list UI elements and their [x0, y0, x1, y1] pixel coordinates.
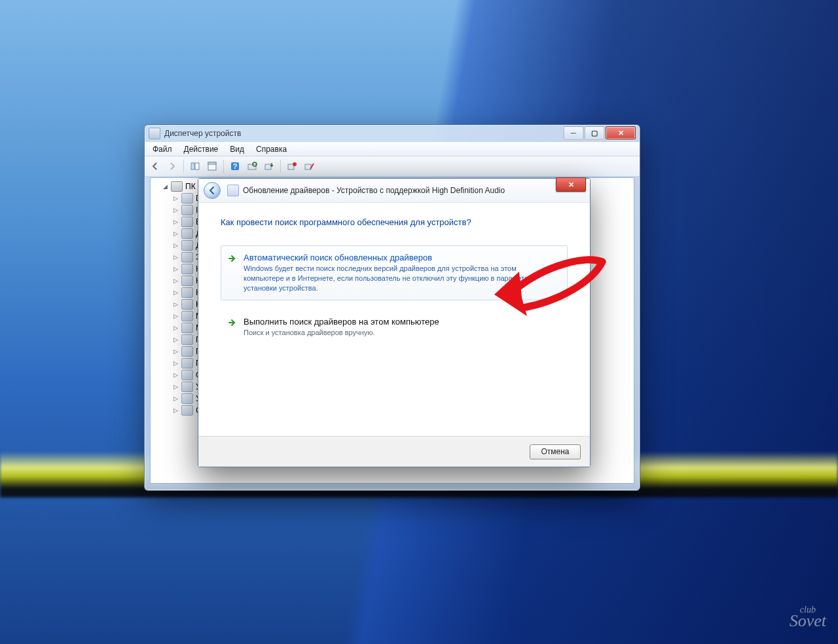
device-category-icon [181, 217, 193, 227]
arrow-right-icon [228, 318, 237, 329]
svg-rect-8 [265, 164, 271, 170]
expand-icon[interactable]: ▷ [173, 372, 179, 378]
uninstall-button[interactable] [284, 158, 300, 174]
collapse-icon[interactable]: ◢ [162, 184, 168, 190]
svg-rect-3 [208, 162, 216, 164]
disable-button[interactable] [301, 158, 317, 174]
properties-button[interactable] [204, 158, 220, 174]
device-category-icon [181, 346, 193, 357]
svg-rect-6 [248, 164, 256, 170]
expand-icon[interactable]: ▷ [173, 325, 179, 331]
device-category-icon [181, 264, 193, 274]
app-icon [149, 128, 160, 139]
wizard-heading: Как провести поиск программного обеспече… [221, 217, 568, 227]
watermark: club Sovet [790, 606, 826, 628]
wizard-close-button[interactable]: ✕ [556, 177, 586, 192]
device-category-icon [181, 252, 193, 262]
wizard-footer: Отмена [198, 436, 590, 467]
expand-icon[interactable]: ▷ [173, 207, 179, 213]
option-auto-title: Автоматический поиск обновленных драйвер… [244, 253, 558, 262]
help-button[interactable]: ? [227, 158, 243, 174]
close-button[interactable]: ✕ [606, 126, 636, 139]
toolbar: ? [145, 156, 640, 177]
expand-icon[interactable]: ▷ [173, 290, 179, 296]
show-hide-tree-button[interactable] [187, 158, 203, 174]
computer-icon [171, 181, 183, 192]
wizard-back-button[interactable] [204, 182, 221, 199]
option-auto-desc: Windows будет вести поиск последних верс… [244, 264, 558, 293]
option-auto-search[interactable]: Автоматический поиск обновленных драйвер… [221, 245, 568, 300]
device-category-icon [181, 311, 193, 321]
expand-icon[interactable]: ▷ [173, 278, 179, 284]
menu-action[interactable]: Действие [179, 143, 224, 155]
expand-icon[interactable]: ▷ [173, 243, 179, 249]
device-category-icon [181, 405, 193, 416]
nav-forward-button[interactable] [164, 158, 180, 174]
option-browse-desc: Поиск и установка драйверов вручную. [244, 328, 558, 338]
scan-hardware-button[interactable] [244, 158, 260, 174]
device-category-icon [181, 382, 193, 392]
device-category-icon [181, 205, 193, 215]
minimize-button[interactable]: ─ [564, 126, 583, 139]
expand-icon[interactable]: ▷ [173, 255, 179, 260]
watermark-bottom: Sovet [790, 611, 826, 630]
device-category-icon [181, 228, 193, 239]
maximize-button[interactable]: ▢ [585, 126, 604, 139]
expand-icon[interactable]: ▷ [173, 396, 179, 402]
arrow-right-icon [228, 254, 237, 265]
expand-icon[interactable]: ▷ [173, 231, 179, 237]
option-browse-title: Выполнить поиск драйверов на этом компью… [244, 317, 558, 327]
cancel-button[interactable]: Отмена [530, 444, 581, 459]
expand-icon[interactable]: ▷ [173, 384, 179, 390]
device-category-icon [181, 193, 193, 204]
device-category-icon [181, 323, 193, 333]
expand-icon[interactable]: ▷ [173, 219, 179, 225]
wizard-icon [227, 185, 239, 196]
wizard-header: Обновление драйверов - Устройство с подд… [198, 179, 590, 203]
svg-rect-11 [305, 164, 311, 170]
device-category-icon [181, 334, 193, 345]
device-category-icon [181, 370, 193, 380]
svg-text:?: ? [233, 162, 238, 170]
desktop-wallpaper: Диспетчер устройств ─ ▢ ✕ Файл Действие … [0, 0, 838, 644]
driver-update-wizard: Обновление драйверов - Устройство с подд… [198, 178, 591, 467]
device-category-icon [181, 358, 193, 368]
menu-view[interactable]: Вид [225, 143, 249, 155]
menu-file[interactable]: Файл [147, 143, 177, 155]
window-title: Диспетчер устройств [164, 129, 241, 138]
titlebar[interactable]: Диспетчер устройств ─ ▢ ✕ [145, 125, 640, 142]
device-category-icon [181, 240, 193, 251]
wizard-title: Обновление драйверов - Устройство с подд… [243, 186, 505, 195]
device-category-icon [181, 299, 193, 310]
expand-icon[interactable]: ▷ [173, 337, 179, 343]
expand-icon[interactable]: ▷ [173, 349, 179, 355]
update-driver-button[interactable] [261, 158, 277, 174]
svg-point-10 [293, 162, 297, 166]
expand-icon[interactable]: ▷ [173, 302, 179, 308]
expand-icon[interactable]: ▷ [173, 408, 179, 414]
device-category-icon [181, 393, 193, 404]
option-browse-computer[interactable]: Выполнить поиск драйверов на этом компью… [221, 310, 568, 345]
expand-icon[interactable]: ▷ [173, 313, 179, 319]
device-category-icon [181, 287, 193, 298]
tree-root-label: ПК [185, 181, 196, 192]
expand-icon[interactable]: ▷ [173, 196, 179, 202]
svg-rect-0 [191, 163, 194, 170]
svg-rect-1 [195, 163, 199, 170]
expand-icon[interactable]: ▷ [173, 361, 179, 367]
nav-back-button[interactable] [147, 158, 163, 174]
menubar: Файл Действие Вид Справка [145, 142, 640, 156]
expand-icon[interactable]: ▷ [173, 266, 179, 272]
device-category-icon [181, 276, 193, 286]
menu-help[interactable]: Справка [251, 143, 292, 155]
